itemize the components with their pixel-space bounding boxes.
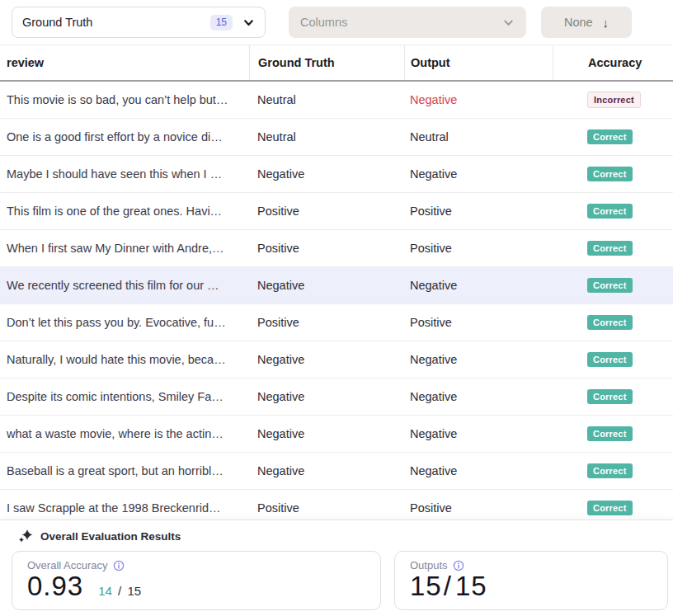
review-cell: Naturally, I would hate this movie, beca… (0, 353, 249, 366)
results-panel-title: Overall Evaluation Results (40, 530, 181, 543)
accuracy-cell: Correct (553, 426, 673, 441)
table-row[interactable]: We recently screened this film for our …… (0, 267, 673, 304)
outputs-card: Outputs 15/15 (394, 551, 668, 610)
output-cell: Negative (404, 279, 553, 292)
review-cell: Despite its comic intentions, Smiley Fa… (0, 390, 249, 403)
overall-accuracy-value-row: 0.93 14 / 15 (27, 572, 365, 601)
ground-truth-cell: Negative (249, 464, 404, 477)
review-cell: Maybe I should have seen this when I … (0, 167, 249, 181)
accuracy-badge: Correct (587, 167, 633, 181)
table-body: This movie is so bad, you can’t help but… (0, 82, 673, 527)
output-cell: Negative (404, 390, 553, 403)
outputs-separator: / (444, 571, 452, 601)
accuracy-cell: Correct (553, 129, 673, 144)
ground-truth-cell: Neutral (249, 93, 404, 106)
outputs-label-row: Outputs (410, 559, 652, 571)
column-header-output[interactable]: Output (404, 45, 553, 80)
accuracy-cell: Correct (553, 204, 673, 219)
ground-truth-cell: Negative (249, 390, 404, 403)
ground-truth-cell: Positive (249, 242, 404, 255)
accuracy-badge: Correct (587, 129, 633, 144)
column-header-review[interactable]: review (0, 45, 249, 80)
overall-accuracy-label-row: Overall Accuracy (27, 559, 365, 571)
table-row[interactable]: This movie is so bad, you can’t help but… (0, 82, 673, 119)
results-panel-header: Overall Evaluation Results (0, 520, 673, 543)
review-cell: I saw Scrapple at the 1998 Breckenrid… (0, 501, 249, 515)
review-cell: We recently screened this film for our … (0, 279, 249, 292)
table-row[interactable]: Despite its comic intentions, Smiley Fa…… (0, 379, 673, 416)
ground-truth-cell: Positive (249, 501, 404, 515)
row-count-badge: 15 (210, 15, 233, 31)
accuracy-badge: Correct (587, 315, 633, 330)
accuracy-badge: Correct (587, 241, 633, 256)
outputs-numerator: 15 (410, 571, 442, 601)
accuracy-badge: Correct (587, 352, 633, 367)
accuracy-cell: Correct (553, 278, 673, 293)
output-cell: Positive (404, 205, 553, 218)
output-cell: Negative (404, 427, 553, 440)
column-header-accuracy[interactable]: Accuracy (553, 45, 673, 80)
table-row[interactable]: One is a good first effort by a novice d… (0, 119, 673, 156)
table-row[interactable]: Don’t let this pass you by. Evocative, f… (0, 304, 673, 341)
column-header-ground-truth[interactable]: Ground Truth (249, 45, 404, 80)
accuracy-fraction: 14 / 15 (98, 584, 141, 598)
output-cell: Negative (404, 93, 553, 106)
outputs-value: 15/15 (410, 572, 487, 601)
ground-truth-cell: Neutral (249, 130, 404, 143)
columns-select[interactable]: Columns (289, 7, 526, 38)
ground-truth-cell: Negative (249, 427, 404, 440)
review-cell: This film is one of the great ones. Havi… (0, 205, 249, 218)
accuracy-badge: Correct (587, 389, 633, 404)
review-cell: This movie is so bad, you can’t help but… (0, 93, 249, 106)
chevron-down-icon (242, 16, 255, 29)
ground-truth-cell: Negative (249, 279, 404, 292)
sparkles-icon (18, 529, 33, 543)
table-row[interactable]: Naturally, I would hate this movie, beca… (0, 341, 673, 379)
fraction-separator: / (118, 584, 121, 598)
output-cell: Positive (404, 242, 553, 255)
table-row[interactable]: This film is one of the great ones. Havi… (0, 193, 673, 230)
overall-accuracy-card: Overall Accuracy 0.93 14 / 15 (12, 551, 381, 610)
ground-truth-cell: Positive (249, 316, 404, 329)
ground-truth-cell: Positive (249, 205, 404, 218)
accuracy-cell: Correct (553, 167, 673, 181)
accuracy-cell: Correct (553, 389, 673, 404)
arrow-down-icon: ↓ (603, 16, 609, 30)
info-icon[interactable] (113, 560, 125, 571)
outputs-label: Outputs (410, 559, 448, 571)
output-cell: Positive (404, 316, 553, 329)
ground-truth-cell: Negative (249, 167, 404, 181)
total-count: 15 (127, 584, 141, 598)
correct-count: 14 (98, 584, 112, 598)
accuracy-badge: Correct (587, 426, 633, 441)
accuracy-cell: Correct (553, 315, 673, 330)
table-row[interactable]: When I first saw My Dinner with Andre,…P… (0, 230, 673, 267)
chevron-down-icon (502, 16, 515, 29)
review-cell: One is a good first effort by a novice d… (0, 130, 249, 143)
accuracy-badge: Correct (587, 278, 633, 293)
table-row[interactable]: Maybe I should have seen this when I …Ne… (0, 156, 673, 193)
overall-accuracy-label: Overall Accuracy (27, 559, 108, 571)
ground-truth-cell: Negative (249, 353, 404, 366)
table-row[interactable]: what a waste movie, where is the actin…N… (0, 416, 673, 453)
ground-truth-select[interactable]: Ground Truth 15 (12, 7, 266, 38)
review-cell: When I first saw My Dinner with Andre,… (0, 242, 249, 255)
toolbar: Ground Truth 15 Columns None ↓ (0, 0, 673, 45)
table-row[interactable]: Baseball is a great sport, but an horrib… (0, 453, 673, 490)
columns-select-placeholder: Columns (300, 16, 347, 29)
review-cell: Don’t let this pass you by. Evocative, f… (0, 316, 249, 329)
info-icon[interactable] (453, 560, 464, 571)
overall-accuracy-value: 0.93 (27, 572, 83, 601)
sort-direction-button[interactable]: None ↓ (541, 7, 632, 38)
review-cell: what a waste movie, where is the actin… (0, 427, 249, 440)
output-cell: Negative (404, 353, 553, 366)
accuracy-badge: Correct (587, 463, 633, 478)
ground-truth-select-label: Ground Truth (22, 16, 210, 29)
overall-results-panel: Overall Evaluation Results Overall Accur… (0, 520, 673, 616)
accuracy-cell: Correct (553, 241, 673, 256)
accuracy-cell: Correct (553, 352, 673, 367)
accuracy-badge: Incorrect (587, 92, 641, 108)
accuracy-cell: Correct (553, 501, 673, 515)
accuracy-cell: Correct (553, 463, 673, 478)
accuracy-badge: Correct (587, 204, 633, 219)
